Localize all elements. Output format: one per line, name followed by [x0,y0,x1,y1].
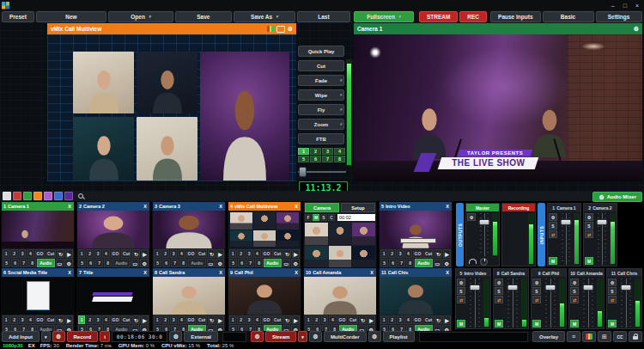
cut-button[interactable]: Cut [46,249,56,258]
overlay-button[interactable]: Overlay [532,331,565,342]
loop-icon[interactable]: ↻ [283,315,291,324]
stinger-number-button[interactable]: 4 [334,148,345,155]
quick-play-button[interactable]: Quick Play [298,46,344,57]
input-thumbnail[interactable] [304,277,376,315]
overlay-5-button[interactable]: 5 [154,259,161,267]
audio-levels-icon[interactable] [582,331,596,342]
bus-routing-icon[interactable]: ⇄ [549,230,557,238]
play-icon[interactable]: ▶ [141,249,149,258]
stream-settings-gear-icon[interactable]: ⚙ [251,331,264,342]
input-close-button[interactable]: X [67,204,72,209]
maximize-button[interactable]: □ [623,3,627,9]
input-title-bar[interactable]: 1 Camera 1 X [2,202,74,211]
loop-icon[interactable]: ↻ [132,315,140,324]
fader-handle[interactable] [561,219,572,225]
overlay-3-button[interactable]: 3 [246,315,252,324]
category-color-button[interactable] [44,192,52,200]
stinger-number-button[interactable]: 8 [334,156,345,162]
input-title-bar[interactable]: 6 Social Media Title X [2,268,74,277]
overlay-5-button[interactable]: 5 [380,259,388,267]
save-as-button[interactable]: Save As▾ [234,11,295,22]
overlay-4-button[interactable]: 4 [253,249,260,258]
input-close-button[interactable]: X [445,204,450,209]
call-timer-field[interactable]: 00:02 [337,214,375,221]
category-color-button[interactable] [23,192,32,200]
playlist-gear-icon[interactable]: ⚙ [368,331,381,342]
setup-button[interactable]: Setup [341,203,375,212]
overlay-2-button[interactable]: 2 [237,249,244,258]
gear-icon[interactable]: ⚙ [532,279,541,286]
wipe-button[interactable]: Wipe▾ [298,89,344,101]
input-close-button[interactable]: X [294,204,299,209]
cut-button[interactable]: Cut [272,315,283,324]
gear-icon[interactable]: ⚙ [288,26,293,32]
overlay-3-button[interactable]: 3 [397,315,404,324]
mute-button[interactable]: M [570,320,579,328]
fly-button[interactable]: Fly▾ [298,104,344,115]
cut-button[interactable]: Cut [423,249,434,258]
input-title-bar[interactable]: 8 Call Sandra X [153,268,225,277]
overlay-1-button[interactable]: 1 [380,249,387,258]
stream-caret[interactable]: ▾ [298,331,307,342]
input-panel[interactable]: 5 Intro Video X 1 2 3 4 GO Cut ↻ ▶ 5 6 7… [379,201,453,269]
input-title-bar[interactable]: 9 Call Phil X [228,268,301,277]
headphones-icon[interactable] [469,259,477,264]
input-title-bar[interactable]: 4 vMix Call Multiview X [228,202,301,211]
category-color-button[interactable] [64,192,73,200]
go-button[interactable]: GO [413,315,423,324]
save-button[interactable]: Save [175,11,232,22]
play-icon[interactable]: ▶ [65,315,73,324]
bus-routing-icon[interactable]: ⇄ [585,230,593,238]
overlay-2-button[interactable]: 2 [237,315,244,324]
search-icon[interactable] [77,193,85,200]
overlay-3-button[interactable]: 3 [397,249,404,258]
solo-button[interactable]: S [495,287,503,295]
input-close-button[interactable]: X [143,204,148,209]
call-c-button[interactable]: C [328,214,335,221]
go-button[interactable]: GO [35,315,46,324]
overlay-3-button[interactable]: 3 [246,249,252,258]
fader-handle[interactable] [597,219,608,225]
overlay-1-button[interactable]: 1 [380,315,387,324]
mixer-strip-camera2[interactable]: 2Camera 2 ⚙ S ⇄ M [583,203,617,266]
input-thumbnail[interactable] [77,211,149,248]
overlay-4-button[interactable]: 4 [27,249,33,258]
input-thumbnail[interactable] [2,277,74,315]
overlay-7-button[interactable]: 7 [398,259,405,267]
overlay-4-button[interactable]: 4 [178,249,185,258]
play-icon[interactable]: ▶ [443,249,451,258]
go-button[interactable]: GO [337,315,348,324]
t-bar-handle[interactable] [299,167,307,177]
fade-button[interactable]: Fade▾ [298,75,344,86]
rec-indicator[interactable]: REC [459,11,487,22]
mute-button[interactable]: M [608,320,617,328]
overlay-8-button[interactable]: 8 [104,259,112,267]
gear-icon[interactable]: ⚙ [608,279,617,286]
overlay-2-button[interactable]: 2 [388,315,395,324]
overlay-5-button[interactable]: 5 [229,259,237,267]
gear-icon[interactable]: ⚙ [585,213,593,221]
input-panel[interactable]: 1 Camera 1 X 1 2 3 4 GO Cut ↻ ▶ 5 6 7 8 … [1,201,75,269]
overlay-7-button[interactable]: 7 [95,259,103,267]
mute-button[interactable]: M [549,257,557,265]
play-icon[interactable]: ▶ [292,249,300,258]
overlay-1-button[interactable]: 1 [154,249,161,258]
gear-icon[interactable]: ⚙ [467,213,476,221]
bus-routing-icon[interactable]: ⇄ [570,296,579,303]
overlay-1-button[interactable]: 1 [3,315,9,324]
overlay-2-button[interactable]: 2 [86,315,93,324]
fullscreen-icon[interactable]: ▭ [131,259,140,267]
go-button[interactable]: GO [262,249,272,258]
closed-captions-icon[interactable]: CC [613,331,627,342]
overlay-2-button[interactable]: 2 [10,315,17,324]
overlay-8-button[interactable]: 8 [255,259,263,267]
external-settings-gear-icon[interactable]: ⚙ [169,331,182,342]
t-bar[interactable] [298,167,346,177]
bus-routing-icon[interactable]: ⇄ [608,296,617,303]
loop-icon[interactable]: ↻ [208,249,216,258]
fullscreen-icon[interactable]: ▭ [434,259,442,267]
overlay-7-button[interactable]: 7 [20,259,27,267]
input-thumbnail[interactable] [380,277,452,315]
overlay-2-button[interactable]: 2 [313,315,319,324]
loop-icon[interactable]: ↻ [57,249,64,258]
